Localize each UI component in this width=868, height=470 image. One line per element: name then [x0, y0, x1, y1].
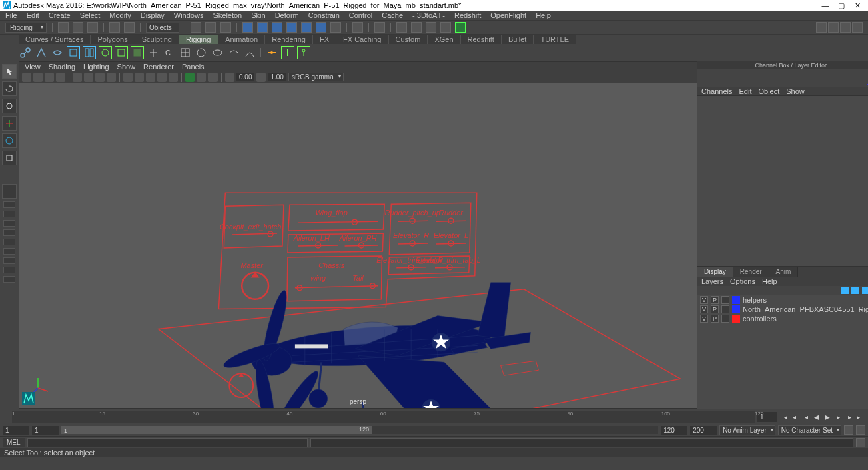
xray-joints-icon[interactable]: [208, 73, 218, 82]
bind-skin-icon[interactable]: [67, 46, 80, 59]
menu--3dtoall-[interactable]: - 3DtoAll -: [412, 11, 445, 19]
undo-icon[interactable]: [109, 22, 120, 33]
wire-icon[interactable]: [227, 46, 240, 59]
menu-redshift[interactable]: Redshift: [454, 11, 481, 19]
layer-menu-help[interactable]: Help: [762, 277, 777, 285]
layer-color-swatch[interactable]: [732, 315, 740, 323]
select-by-hierarchy-icon[interactable]: [191, 22, 201, 33]
shadows-icon[interactable]: [169, 73, 178, 82]
move-tool[interactable]: [2, 116, 17, 131]
layout-outliner[interactable]: [3, 248, 15, 255]
panel-layout-2-icon[interactable]: [828, 22, 839, 33]
layer-type-toggle[interactable]: P: [711, 305, 719, 313]
anim-layer-dropdown[interactable]: No Anim Layer: [719, 425, 775, 435]
exposure-value[interactable]: 0.00: [236, 73, 254, 81]
step-forward-icon[interactable]: ▸: [833, 412, 843, 421]
exposure-icon[interactable]: [225, 73, 234, 82]
layout-two-side[interactable]: [3, 220, 15, 227]
shelf-tab-fx-caching[interactable]: FX Caching: [336, 35, 388, 44]
range-slider[interactable]: 1120: [61, 426, 658, 434]
menu-file[interactable]: File: [5, 11, 17, 19]
maximize-button[interactable]: ▢: [837, 1, 845, 9]
channel-menu-channels[interactable]: Channels: [701, 87, 732, 95]
new-scene-icon[interactable]: [58, 22, 69, 33]
panel-layout-4-icon[interactable]: [852, 22, 863, 33]
paint-select-tool[interactable]: [2, 99, 17, 113]
ik-handle-icon[interactable]: [35, 46, 48, 59]
range-start-outer[interactable]: 1: [3, 426, 29, 435]
open-scene-icon[interactable]: [73, 22, 83, 33]
menu-display[interactable]: Display: [141, 11, 165, 19]
close-button[interactable]: ✕: [853, 1, 861, 9]
channel-menu-object[interactable]: Object: [758, 87, 779, 95]
nonlinear-icon[interactable]: [243, 46, 256, 59]
menu-skeleton[interactable]: Skeleton: [213, 11, 242, 19]
detach-skin-icon[interactable]: [83, 46, 96, 59]
viewport-menu-renderer[interactable]: Renderer: [143, 63, 174, 71]
layout-four[interactable]: [3, 211, 15, 217]
menu-deform[interactable]: Deform: [275, 11, 299, 19]
layer-visibility-toggle[interactable]: V: [700, 296, 708, 304]
layout-single[interactable]: [3, 201, 15, 208]
viewport-menu-view[interactable]: View: [25, 63, 41, 71]
layer-row[interactable]: VPcontrollers: [697, 314, 868, 323]
menu-select[interactable]: Select: [80, 11, 101, 19]
gamma-icon[interactable]: [256, 73, 266, 82]
use-all-lights-icon[interactable]: [157, 73, 167, 82]
command-input[interactable]: [27, 438, 308, 447]
workspace-mode-dropdown[interactable]: Rigging: [5, 23, 47, 33]
image-plane-icon[interactable]: [56, 73, 65, 82]
human-ik-icon[interactable]: [297, 46, 310, 59]
step-back-key-icon[interactable]: ◂|: [791, 412, 800, 421]
range-end-inner[interactable]: 120: [661, 426, 687, 435]
layer-tab-display[interactable]: Display: [697, 267, 733, 277]
panel-layout-3-icon[interactable]: [840, 22, 851, 33]
render-view-icon[interactable]: [440, 22, 451, 33]
range-end-outer[interactable]: 200: [690, 426, 717, 435]
layout-three[interactable]: [3, 239, 15, 245]
time-slider[interactable]: 1153045607590105120 1 |◂ ◂| ◂ ◀ ▶ ▸ |▸ ▸…: [0, 409, 868, 424]
layer-type-toggle[interactable]: P: [711, 296, 719, 304]
smooth-shade-icon[interactable]: [135, 73, 144, 82]
wrap-icon[interactable]: [195, 46, 208, 59]
redo-icon[interactable]: [124, 22, 135, 33]
shelf-tab-xgen[interactable]: XGen: [428, 35, 460, 44]
channel-menu-show[interactable]: Show: [786, 87, 805, 95]
ipr-render-icon[interactable]: [396, 22, 407, 33]
layout-custom[interactable]: [3, 276, 15, 283]
layer-extra-toggle[interactable]: [721, 315, 729, 323]
minimize-button[interactable]: —: [821, 1, 829, 9]
isolate-select-icon[interactable]: [185, 73, 195, 82]
select-by-component-icon[interactable]: [220, 22, 231, 33]
step-back-icon[interactable]: ◂: [801, 412, 811, 421]
shelf-tab-animation[interactable]: Animation: [218, 35, 265, 44]
render-settings-icon[interactable]: [411, 22, 422, 33]
layer-visibility-toggle[interactable]: V: [700, 305, 708, 313]
shelf-tab-custom[interactable]: Custom: [389, 35, 428, 44]
lock-camera-icon[interactable]: [33, 73, 43, 82]
shelf-tab-rendering[interactable]: Rendering: [265, 35, 313, 44]
layer-visibility-toggle[interactable]: V: [700, 315, 708, 323]
layer-extra-toggle[interactable]: [721, 296, 729, 304]
rigid-bind-icon[interactable]: [131, 46, 144, 59]
shelf-tab-redshift[interactable]: Redshift: [461, 35, 502, 44]
shelf-tab-curves-surfaces[interactable]: Curves / Surfaces: [19, 35, 91, 44]
xray-icon[interactable]: [197, 73, 206, 82]
prefs-icon[interactable]: [856, 425, 865, 435]
script-lang-label[interactable]: MEL: [3, 438, 25, 447]
shelf-tab-sculpting[interactable]: Sculpting: [135, 35, 179, 44]
joint-tool-icon[interactable]: [19, 46, 32, 59]
character-set-dropdown[interactable]: No Character Set: [778, 425, 841, 435]
select-tool[interactable]: [2, 64, 17, 79]
bookmark-icon[interactable]: [45, 73, 54, 82]
layout-two-stack[interactable]: [3, 229, 15, 236]
viewport-3d[interactable]: Cockpit_exit_hatch Wing_flap Aileron_LH …: [19, 83, 697, 408]
gate-mask-icon[interactable]: [107, 73, 116, 82]
play-backward-icon[interactable]: ◀: [812, 412, 821, 421]
layer-menu-options[interactable]: Options: [730, 277, 755, 285]
lattice-icon[interactable]: [179, 46, 192, 59]
viewport-menu-show[interactable]: Show: [117, 63, 136, 71]
last-tool[interactable]: [2, 184, 17, 199]
move-layer-up-icon[interactable]: [841, 287, 849, 294]
select-camera-icon[interactable]: [22, 73, 31, 82]
